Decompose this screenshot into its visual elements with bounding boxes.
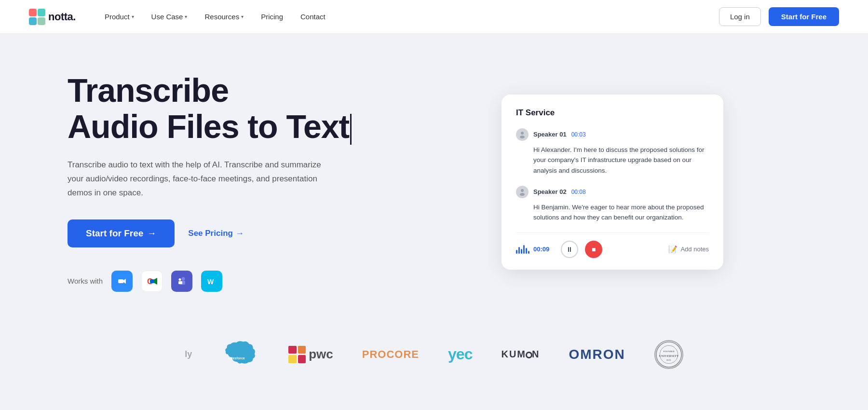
card-divider (516, 232, 709, 233)
nav-contact[interactable]: Contact (300, 13, 326, 21)
logos-section: ly salesforce pwc PROCORE yec KUMN (0, 321, 868, 388)
speaker-avatar-1 (516, 128, 529, 141)
add-notes-icon: 📝 (668, 245, 678, 254)
svg-text:EST.: EST. (666, 359, 671, 361)
hero-visual: IT Service Speaker 01 00:03 Hi Alexander… (424, 95, 800, 270)
google-meet-icon: G (141, 271, 163, 292)
works-with: Works with G (68, 271, 395, 292)
svg-point-18 (521, 132, 524, 135)
svg-text:W: W (207, 278, 214, 286)
svg-text:salesforce: salesforce (228, 356, 245, 360)
chevron-down-icon: ▾ (132, 14, 134, 19)
svg-rect-10 (150, 279, 154, 283)
audio-bars (516, 245, 529, 254)
speaker-time-1: 00:03 (571, 131, 586, 138)
text-cursor (350, 114, 352, 145)
logo-university: FOUNDED UNIVERSITY EST. (654, 340, 683, 369)
hero-section: Transcribe Audio Files to Text Transcrib… (0, 34, 868, 321)
svg-rect-15 (178, 281, 182, 284)
audio-indicator: 00:09 (516, 245, 549, 254)
hero-title: Transcribe Audio Files to Text (68, 72, 395, 145)
svg-rect-3 (38, 17, 45, 25)
nav-pricing[interactable]: Pricing (261, 13, 283, 21)
transcript-card: IT Service Speaker 01 00:03 Hi Alexander… (502, 95, 723, 270)
svg-rect-2 (29, 17, 37, 25)
chevron-down-icon: ▾ (185, 14, 187, 19)
speaker-time-2: 00:08 (571, 189, 586, 195)
navigation: notta. Product ▾ Use Case ▾ Resources ▾ … (0, 0, 868, 34)
speaker-header-2: Speaker 02 00:08 (516, 186, 709, 198)
see-pricing-link[interactable]: See Pricing → (188, 229, 244, 238)
stop-button[interactable]: ■ (585, 241, 602, 258)
nav-use-case[interactable]: Use Case ▾ (151, 13, 188, 21)
start-for-free-nav-button[interactable]: Start for Free (769, 7, 839, 26)
logo-text: notta. (48, 11, 76, 23)
svg-text:UNIVERSITY: UNIVERSITY (659, 354, 678, 357)
login-button[interactable]: Log in (719, 7, 761, 26)
logo-icon (29, 9, 45, 25)
speaker-text-1: Hi Alexander. I'm here to discuss the pr… (516, 145, 709, 176)
svg-point-14 (179, 278, 181, 281)
card-title: IT Service (516, 108, 709, 118)
svg-rect-1 (38, 9, 45, 16)
add-notes-label: Add notes (680, 246, 709, 253)
webex-icon: W (201, 271, 222, 292)
speaker-name-1: Speaker 01 (533, 131, 567, 138)
speaker-block-1: Speaker 01 00:03 Hi Alexander. I'm here … (516, 128, 709, 176)
pause-button[interactable]: ⏸ (561, 241, 578, 258)
hero-description: Transcribe audio to text with the help o… (68, 158, 338, 200)
speaker-avatar-2 (516, 186, 529, 198)
logo-salesforce: salesforce (221, 341, 259, 368)
logo-yec: yec (448, 345, 472, 363)
svg-text:FOUNDED: FOUNDED (663, 350, 675, 353)
svg-point-19 (520, 136, 525, 138)
logo-procore: PROCORE (362, 348, 419, 361)
logo[interactable]: notta. (29, 9, 76, 25)
works-with-label: Works with (68, 277, 103, 285)
hero-cta-group: Start for Free → See Pricing → (68, 219, 395, 247)
audio-time: 00:09 (533, 246, 549, 253)
logo-omron: OMRON (569, 347, 625, 362)
nav-actions: Log in Start for Free (719, 7, 839, 26)
speaker-text-2: Hi Benjamin. We're eager to hear more ab… (516, 202, 709, 223)
nav-resources[interactable]: Resources ▾ (204, 13, 244, 21)
svg-rect-5 (118, 279, 123, 283)
svg-point-20 (521, 189, 524, 192)
svg-rect-0 (29, 9, 37, 16)
zoom-icon (111, 271, 133, 292)
logo-partial: ly (185, 349, 192, 359)
microsoft-teams-icon (171, 271, 192, 292)
chevron-down-icon: ▾ (241, 14, 244, 19)
speaker-name-2: Speaker 02 (533, 188, 567, 195)
start-for-free-hero-button[interactable]: Start for Free → (68, 219, 175, 247)
svg-point-12 (182, 277, 185, 280)
svg-point-21 (520, 193, 525, 196)
add-notes-button[interactable]: 📝 Add notes (668, 245, 709, 254)
nav-links: Product ▾ Use Case ▾ Resources ▾ Pricing… (105, 13, 719, 21)
logo-pwc: pwc (288, 346, 333, 363)
speaker-block-2: Speaker 02 00:08 Hi Benjamin. We're eage… (516, 186, 709, 223)
speaker-header-1: Speaker 01 00:03 (516, 128, 709, 141)
nav-product[interactable]: Product ▾ (105, 13, 134, 21)
logo-kumon: KUMN (501, 349, 540, 360)
hero-content: Transcribe Audio Files to Text Transcrib… (68, 72, 395, 292)
card-footer: 00:09 ⏸ ■ 📝 Add notes (516, 241, 709, 258)
